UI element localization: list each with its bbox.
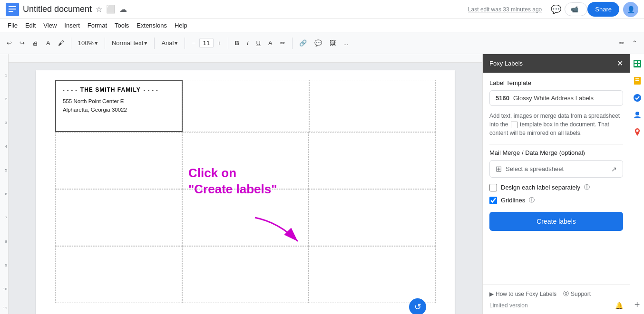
select-spreadsheet-button[interactable]: ⊞ Select a spreadsheet ↗	[489, 160, 623, 178]
font-size-increase-button[interactable]: +	[215, 38, 224, 48]
panel-header: Foxy Labels ✕	[483, 54, 630, 73]
design-each-label-checkbox[interactable]	[489, 184, 497, 191]
sidebar-keep-icon[interactable]	[632, 75, 643, 86]
bell-icon[interactable]: 🔔	[615, 302, 623, 309]
cloud-icon[interactable]: ☁	[119, 5, 127, 14]
zoom-chevron-icon: ▾	[95, 39, 98, 47]
highlight-button[interactable]: ✏	[277, 38, 288, 48]
svg-rect-11	[635, 78, 639, 79]
support-link[interactable]: ⓪ Support	[563, 290, 591, 298]
svg-rect-8	[634, 64, 637, 66]
text-style-value: Normal text	[112, 39, 143, 47]
paint-format-button[interactable]: 🖌	[55, 38, 67, 48]
meet-button[interactable]: 📹	[565, 2, 587, 16]
more-button[interactable]: ...	[341, 38, 351, 48]
menu-tools[interactable]: Tools	[111, 20, 133, 31]
link-button[interactable]: 🔗	[296, 38, 310, 48]
gridlines-checkbox[interactable]	[489, 197, 497, 204]
underline-button[interactable]: U	[254, 38, 263, 48]
label-cell-2-1[interactable]	[55, 132, 182, 189]
label-cell-4-3[interactable]	[309, 246, 436, 303]
menu-edit[interactable]: Edit	[21, 20, 39, 31]
style-chevron-icon: ▾	[144, 39, 147, 47]
label-cell-3-1[interactable]	[55, 189, 182, 246]
print-button[interactable]: 🖨	[29, 38, 41, 48]
label-cell-4-2[interactable]	[182, 246, 309, 303]
menu-help[interactable]: Help	[171, 20, 191, 31]
sidebar-tasks-icon[interactable]	[632, 92, 643, 104]
spell-check-button[interactable]: A	[43, 38, 53, 48]
label-cell-1-2[interactable]	[183, 80, 309, 132]
font-select[interactable]: Arial ▾	[158, 38, 181, 48]
label-address: 555 North Point Center E Alpharetta, Geo…	[63, 97, 175, 114]
image-button[interactable]: 🖼	[327, 38, 339, 48]
separator-4	[185, 38, 185, 49]
menu-view[interactable]: View	[39, 20, 60, 31]
design-each-label-row: Design each label separately ⓘ	[489, 183, 623, 191]
menu-insert[interactable]: Insert	[60, 20, 84, 31]
external-link-icon: ↗	[611, 165, 617, 173]
create-labels-button[interactable]: Create labels	[489, 212, 623, 231]
separator-3	[154, 38, 155, 49]
version-text: Limited version	[489, 302, 528, 309]
ruler-num-3: 3	[5, 121, 7, 125]
label-cell-2-2[interactable]	[182, 132, 309, 189]
chat-icon-btn[interactable]: 💬	[547, 1, 565, 18]
star-icon[interactable]: ☆	[96, 5, 102, 14]
label-cell-2-3[interactable]	[309, 132, 436, 189]
folder-icon[interactable]: ⬜	[106, 5, 116, 14]
main-content: 1 2 3 4 5 6 7 8 9 10 11 12 - - - -	[0, 54, 644, 314]
sidebar-plus-button[interactable]: +	[632, 299, 643, 310]
last-edit-text[interactable]: Last edit was 33 minutes ago	[468, 6, 542, 13]
label-cell-3-3[interactable]	[309, 189, 436, 246]
label-cell-1-1[interactable]: - - - - THE SMITH FAMILY - - - - 555 Nor…	[55, 80, 183, 132]
text-style-select[interactable]: Normal text ▾	[109, 38, 150, 48]
ruler-num-1: 1	[5, 73, 7, 77]
comment-button[interactable]: 💬	[312, 38, 325, 48]
pen-tool-button[interactable]: ✏	[616, 38, 627, 48]
gridlines-label-text: Gridlines	[501, 197, 525, 204]
template-selector[interactable]: 5160 Glossy White Address Labels	[489, 90, 623, 106]
sidebar-sheets-icon[interactable]	[632, 58, 643, 69]
font-chevron-icon: ▾	[175, 39, 178, 47]
panel-body: Label Template 5160 Glossy White Address…	[483, 73, 630, 285]
italic-button[interactable]: I	[244, 38, 252, 48]
label-cell-4-1[interactable]	[55, 246, 182, 303]
right-sidebar: +	[630, 54, 644, 314]
share-button[interactable]: Share	[587, 2, 619, 17]
mail-merge-section: Mail Merge / Data Merge (optional) ⊞ Sel…	[489, 149, 623, 231]
svg-rect-12	[635, 80, 639, 81]
ruler-num-9: 9	[5, 263, 7, 267]
document-area[interactable]: - - - - THE SMITH FAMILY - - - - 555 Nor…	[9, 54, 482, 314]
refresh-button[interactable]: ↺	[409, 298, 426, 314]
gridlines-info-icon[interactable]: ⓘ	[529, 196, 535, 204]
grid-icon: ⊞	[496, 164, 502, 173]
redo-button[interactable]: ↪	[17, 38, 28, 48]
label-template-heading: Label Template	[489, 79, 623, 86]
avatar[interactable]: 👤	[623, 2, 638, 17]
bold-button[interactable]: B	[232, 38, 242, 48]
label-template-section: Label Template 5160 Glossy White Address…	[489, 79, 623, 137]
panel-close-button[interactable]: ✕	[617, 59, 623, 68]
font-size-input[interactable]	[199, 38, 214, 48]
text-color-button[interactable]: A	[265, 38, 275, 48]
doc-title[interactable]: Untitled document	[23, 4, 92, 14]
font-size-decrease-button[interactable]: −	[189, 38, 198, 48]
sidebar-maps-icon[interactable]	[632, 126, 643, 138]
collapse-button[interactable]: ⌃	[629, 38, 640, 48]
menu-extensions[interactable]: Extensions	[133, 20, 171, 31]
menu-file[interactable]: File	[4, 20, 21, 31]
zoom-select[interactable]: 100% ▾	[75, 38, 101, 48]
how-to-use-link[interactable]: ▶ How to use Foxy Labels	[489, 290, 556, 298]
menu-format[interactable]: Format	[84, 20, 111, 31]
design-info-icon[interactable]: ⓘ	[584, 183, 590, 191]
document-page[interactable]: - - - - THE SMITH FAMILY - - - - 555 Nor…	[36, 70, 455, 314]
label-cell-1-3[interactable]	[309, 80, 436, 132]
svg-point-14	[635, 112, 639, 115]
sidebar-contacts-icon[interactable]	[632, 109, 643, 121]
toolbar: ↩ ↪ 🖨 A 🖌 100% ▾ Normal text ▾ Arial ▾ −…	[0, 32, 644, 54]
label-cell-3-2[interactable]	[182, 189, 309, 246]
svg-rect-2	[9, 9, 16, 10]
undo-button[interactable]: ↩	[4, 38, 15, 48]
ruler-num-6: 6	[5, 192, 7, 196]
